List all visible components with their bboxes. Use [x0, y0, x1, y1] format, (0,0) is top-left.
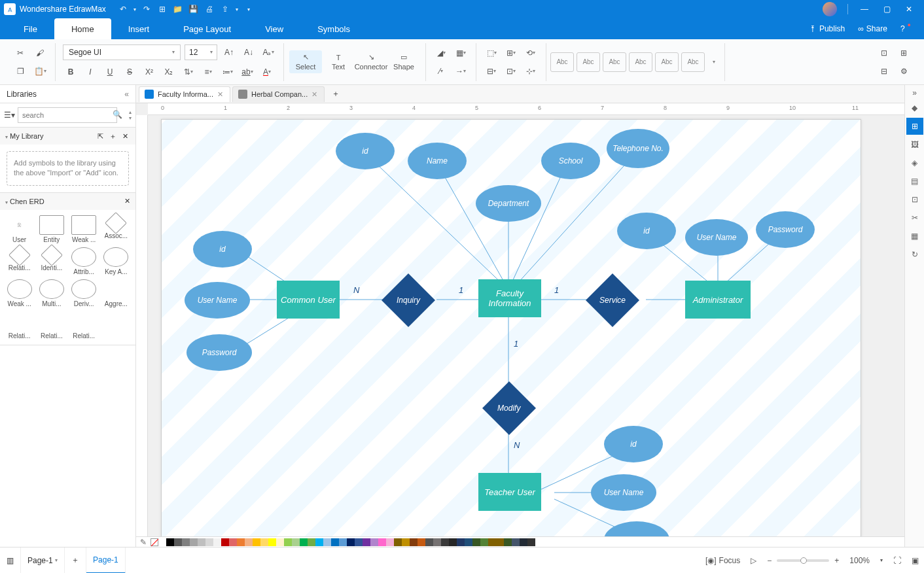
- fill-panel-icon[interactable]: ◆: [906, 99, 923, 116]
- attr-fi-dept[interactable]: Department: [476, 185, 541, 222]
- color-swatch[interactable]: [457, 538, 465, 546]
- attr-ad-username[interactable]: User Name: [685, 219, 748, 256]
- shape-stencil[interactable]: Entity: [36, 214, 67, 245]
- add-page-icon[interactable]: ＋: [65, 547, 86, 574]
- bold-icon[interactable]: B: [63, 64, 79, 80]
- style-preset[interactable]: Abc: [577, 52, 600, 72]
- entity-administrator[interactable]: Administrator: [685, 281, 751, 319]
- color-swatch[interactable]: [315, 538, 323, 546]
- superscript-icon[interactable]: X²: [141, 64, 157, 80]
- new-icon[interactable]: ⊞: [155, 2, 169, 16]
- font-name-select[interactable]: Segoe UI▾: [63, 44, 181, 60]
- replace-icon[interactable]: ⊟: [876, 63, 892, 79]
- color-swatch[interactable]: [425, 538, 433, 546]
- font-color-icon[interactable]: A▾: [259, 64, 275, 80]
- user-avatar[interactable]: [823, 2, 837, 16]
- shape-stencil[interactable]: Relati...: [69, 310, 99, 341]
- font-size-select[interactable]: 12▾: [185, 44, 217, 60]
- page-canvas[interactable]: id User Name Password Common User Inquir…: [161, 119, 861, 547]
- open-icon[interactable]: 📁: [171, 2, 185, 16]
- outline-toggle-icon[interactable]: ▥: [0, 547, 21, 574]
- page-sheet-select[interactable]: Page-1 ▾: [21, 547, 65, 574]
- style-more-icon[interactable]: ▾: [706, 54, 722, 70]
- color-swatch[interactable]: [182, 538, 190, 546]
- qat-customize-icon[interactable]: ▾: [241, 2, 256, 16]
- color-swatch[interactable]: [402, 538, 410, 546]
- color-swatch[interactable]: [190, 538, 198, 546]
- comment-panel-icon[interactable]: ▦: [906, 228, 923, 245]
- bullets-icon[interactable]: ≔▾: [220, 64, 236, 80]
- distribute-icon[interactable]: ⊡▾: [503, 63, 519, 79]
- expand-panel-icon[interactable]: »: [906, 88, 923, 98]
- shape-stencil[interactable]: Aggre...: [101, 278, 132, 309]
- import-icon[interactable]: ⇱: [98, 132, 103, 140]
- grow-font-icon[interactable]: A↑: [221, 44, 237, 60]
- attr-tu-id[interactable]: id: [604, 426, 663, 462]
- tab-close-icon[interactable]: ✕: [311, 90, 317, 99]
- color-swatch[interactable]: [472, 538, 480, 546]
- color-swatch[interactable]: [504, 538, 512, 546]
- image-panel-icon[interactable]: 🖼: [906, 136, 923, 153]
- add-icon[interactable]: ＋: [109, 132, 116, 140]
- library-search-input[interactable]: [18, 107, 117, 123]
- color-swatch[interactable]: [268, 538, 276, 546]
- doc-tab[interactable]: Faculty Informa... ✕: [139, 86, 230, 102]
- copy-icon[interactable]: ❐: [12, 63, 28, 79]
- color-swatch[interactable]: [410, 538, 418, 546]
- color-swatch[interactable]: [527, 538, 535, 546]
- color-swatch[interactable]: [449, 538, 457, 546]
- shape-tool[interactable]: ▭Shape: [387, 50, 420, 73]
- color-swatch[interactable]: [166, 538, 174, 546]
- color-swatch[interactable]: [339, 538, 347, 546]
- size-icon[interactable]: ⊹▾: [523, 63, 539, 79]
- underline-icon[interactable]: U: [102, 64, 118, 80]
- style-preset[interactable]: Abc: [655, 52, 679, 72]
- color-swatch[interactable]: [394, 538, 402, 546]
- minimize-icon[interactable]: —: [853, 0, 876, 18]
- color-swatch[interactable]: [158, 538, 166, 546]
- attr-fi-name[interactable]: Name: [408, 143, 467, 179]
- undo-more-icon[interactable]: ▾: [132, 2, 138, 16]
- color-swatch[interactable]: [323, 538, 331, 546]
- zoom-out-icon[interactable]: −: [762, 556, 777, 565]
- color-swatch[interactable]: [386, 538, 394, 546]
- presentation-icon[interactable]: ▷: [745, 556, 762, 565]
- color-swatch[interactable]: [205, 538, 213, 546]
- color-swatch[interactable]: [308, 538, 315, 546]
- shape-stencil[interactable]: Multi...: [36, 278, 67, 309]
- layers-panel-icon[interactable]: ◈: [906, 154, 923, 171]
- focus-button[interactable]: [◉] Focus: [700, 556, 745, 565]
- line-icon[interactable]: ∕▾: [433, 63, 449, 79]
- theme-panel-icon[interactable]: ⊞: [906, 118, 923, 135]
- clipart-panel-icon[interactable]: ⊡: [906, 191, 923, 208]
- eyedropper-icon[interactable]: ✎: [140, 538, 147, 547]
- style-preset[interactable]: Abc: [603, 52, 626, 72]
- zoom-level[interactable]: 100%: [844, 556, 875, 565]
- close-section-icon[interactable]: ✕: [122, 132, 128, 140]
- shape-stencil[interactable]: Weak ...: [69, 214, 99, 245]
- rel-service[interactable]: Service: [586, 273, 639, 327]
- search-icon[interactable]: 🔍: [113, 110, 122, 119]
- shadow-icon[interactable]: ▦▾: [453, 45, 469, 61]
- bring-front-icon[interactable]: ⬚▾: [484, 45, 499, 61]
- color-swatch[interactable]: [465, 538, 472, 546]
- close-chen-icon[interactable]: ✕: [124, 197, 130, 205]
- highlight-icon[interactable]: ab▾: [240, 64, 255, 80]
- color-swatch[interactable]: [378, 538, 386, 546]
- share-button[interactable]: ∞Share: [851, 18, 894, 39]
- shape-stencil[interactable]: Identi...: [36, 246, 67, 277]
- style-preset[interactable]: Abc: [629, 52, 652, 72]
- tab-symbols[interactable]: Symbols: [300, 18, 367, 39]
- entity-common-user[interactable]: Common User: [277, 281, 340, 319]
- format-painter-icon[interactable]: 🖌: [32, 45, 48, 61]
- shape-stencil[interactable]: Deriv...: [69, 278, 99, 309]
- align-obj-icon[interactable]: ⊟▾: [484, 63, 499, 79]
- attr-username[interactable]: User Name: [185, 282, 250, 319]
- scroll-up-icon[interactable]: ▴: [129, 109, 132, 115]
- rel-modify[interactable]: Modify: [482, 381, 536, 435]
- export-more-icon[interactable]: ▾: [234, 2, 240, 16]
- color-swatch[interactable]: [488, 538, 496, 546]
- style-preset[interactable]: Abc: [550, 52, 574, 72]
- color-swatch[interactable]: [292, 538, 300, 546]
- zoom-in-icon[interactable]: +: [829, 556, 844, 565]
